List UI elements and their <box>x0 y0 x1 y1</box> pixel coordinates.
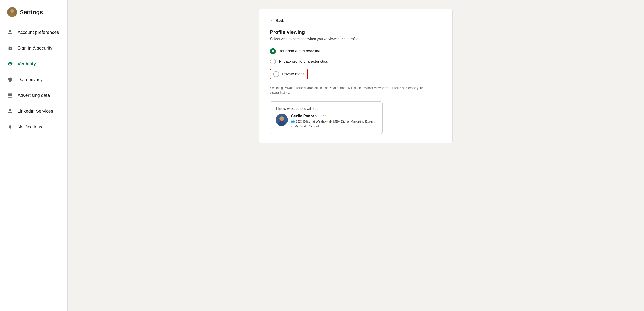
sidebar-item-label-linkedin-services: LinkedIn Services <box>18 108 53 114</box>
profile-headline: 🌐 SEO Editor at Waalaxy 🎓 MBA Digital Ma… <box>291 119 377 129</box>
radio-group-profile-viewing: Your name and headline Private profile c… <box>270 48 442 79</box>
svg-point-11 <box>284 116 284 117</box>
profile-preview: Cécile Panzani · 1st 🌐 SEO Editor at Waa… <box>276 114 377 129</box>
radio-option-private-mode[interactable]: Private mode <box>270 69 308 79</box>
preview-label: This is what others will see: <box>276 106 377 111</box>
svg-rect-4 <box>9 94 10 96</box>
sidebar-item-sign-in-security[interactable]: Sign in & security <box>0 40 67 56</box>
profile-info: Cécile Panzani · 1st 🌐 SEO Editor at Waa… <box>291 114 377 129</box>
profile-name-row: Cécile Panzani · 1st <box>291 114 377 118</box>
user-avatar <box>7 7 17 17</box>
radio-circle-private-characteristics <box>270 58 276 64</box>
sidebar-item-label-account-preferences: Account preferences <box>18 30 59 35</box>
profile-preview-avatar <box>276 114 288 126</box>
sidebar-item-label-visibility: Visibility <box>18 61 36 66</box>
sidebar: Settings Account preferences Sign in & s… <box>0 0 68 311</box>
svg-point-10 <box>279 117 280 118</box>
shield-icon <box>7 76 13 82</box>
radio-label-private-mode: Private mode <box>282 72 305 76</box>
section-title: Profile viewing <box>270 29 442 35</box>
sidebar-item-visibility[interactable]: Visibility <box>0 56 67 72</box>
back-link[interactable]: ← Back <box>270 18 442 23</box>
svg-point-8 <box>280 116 284 121</box>
eye-icon <box>7 61 13 67</box>
radio-option-private-characteristics[interactable]: Private profile characteristics <box>270 58 442 64</box>
sidebar-header: Settings <box>0 7 67 24</box>
sidebar-item-account-preferences[interactable]: Account preferences <box>0 24 67 40</box>
sidebar-item-advertising-data[interactable]: Advertising data <box>0 88 67 103</box>
radio-circle-private-mode <box>273 71 279 77</box>
main-content: ← Back Profile viewing Select what other… <box>68 0 644 311</box>
radio-circle-name-headline <box>270 48 276 54</box>
svg-point-9 <box>278 121 285 126</box>
app-title: Settings <box>20 9 43 16</box>
radio-label-private-characteristics: Private profile characteristics <box>279 59 328 64</box>
services-icon <box>7 108 13 114</box>
profile-name: Cécile Panzani <box>291 114 318 118</box>
radio-label-name-headline: Your name and headline <box>279 49 320 54</box>
sidebar-item-linkedin-services[interactable]: LinkedIn Services <box>0 103 67 119</box>
bell-icon <box>7 124 13 130</box>
svg-point-12 <box>278 119 278 120</box>
chart-icon <box>7 92 13 98</box>
sidebar-item-label-notifications: Notifications <box>18 124 42 130</box>
profile-degree: · 1st <box>320 114 326 118</box>
svg-rect-5 <box>10 94 10 96</box>
preview-box: This is what others will see: <box>270 102 382 134</box>
svg-rect-6 <box>11 95 12 96</box>
back-label: Back <box>276 19 284 23</box>
sidebar-item-label-sign-in-security: Sign in & security <box>18 46 52 51</box>
sidebar-item-label-data-privacy: Data privacy <box>18 77 42 82</box>
sidebar-item-data-privacy[interactable]: Data privacy <box>0 72 67 88</box>
person-icon <box>7 29 13 35</box>
lock-icon <box>7 45 13 51</box>
sidebar-item-label-advertising-data: Advertising data <box>18 93 50 98</box>
radio-option-name-headline[interactable]: Your name and headline <box>270 48 442 54</box>
svg-point-1 <box>10 9 14 13</box>
back-arrow-icon: ← <box>270 18 274 23</box>
content-card: ← Back Profile viewing Select what other… <box>259 9 453 143</box>
disclaimer-text: Selecting Private profile characteristic… <box>270 86 432 95</box>
sidebar-item-notifications[interactable]: Notifications <box>0 119 67 135</box>
section-subtitle: Select what others see when you've viewe… <box>270 37 442 41</box>
